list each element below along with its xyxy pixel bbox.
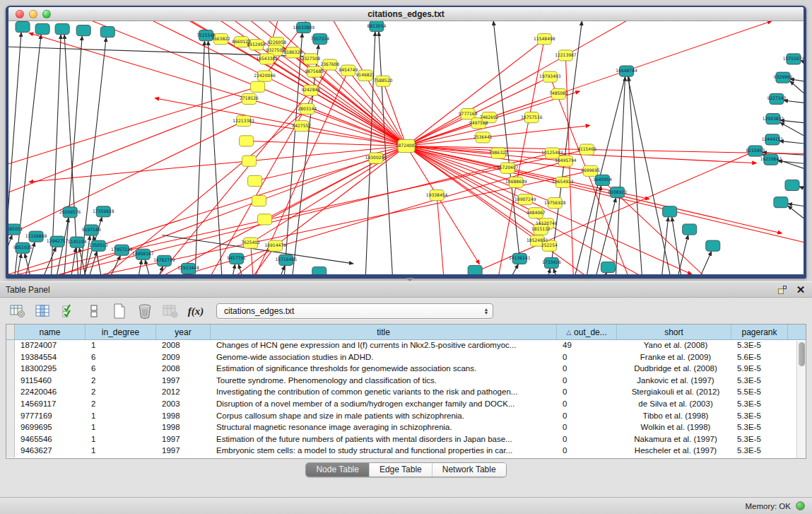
table-row[interactable]: 946554611997Estimation of the future num…: [6, 434, 806, 446]
row-height-icon[interactable]: [85, 303, 103, 320]
table-cell[interactable]: 2012: [156, 387, 211, 399]
table-cell[interactable]: Disruption of a novel member of a sodium…: [211, 399, 557, 411]
tab-edge-table[interactable]: Edge Table: [370, 463, 433, 477]
new-document-icon[interactable]: [110, 303, 129, 320]
table-cell[interactable]: 5.3E-5: [731, 434, 788, 446]
table-cell[interactable]: Structural magnetic resonance image aver…: [211, 422, 557, 434]
table-row[interactable]: 911546021997Tourette syndrome. Phenomeno…: [6, 375, 806, 387]
table-cell[interactable]: 2009: [156, 352, 211, 364]
graph-node[interactable]: [785, 180, 799, 190]
tab-network-table[interactable]: Network Table: [433, 463, 506, 477]
table-cell[interactable]: 0: [557, 387, 617, 399]
table-cell[interactable]: 5.3E-5: [731, 411, 788, 423]
select-column-icon[interactable]: [34, 303, 52, 320]
table-row[interactable]: 1938455462009Genome-wide association stu…: [6, 352, 806, 364]
table-cell[interactable]: Nakamura et al. (1997): [617, 434, 731, 446]
table-cell[interactable]: Dudbridge et al. (2008): [617, 363, 731, 375]
table-cell[interactable]: 9465546: [15, 434, 86, 446]
column-header-title[interactable]: title: [211, 325, 557, 339]
table-row[interactable]: 969969511998Structural magnetic resonanc…: [6, 422, 806, 434]
table-row[interactable]: 1456911722003Disruption of a novel membe…: [6, 399, 806, 411]
table-cell[interactable]: 1: [86, 434, 156, 446]
delete-trash-icon[interactable]: [136, 303, 154, 320]
close-panel-icon[interactable]: ✕: [795, 284, 806, 296]
panel-splitter[interactable]: [0, 279, 812, 281]
table-cell[interactable]: 5.3E-5: [731, 399, 788, 411]
select-all-check-icon[interactable]: [59, 303, 78, 320]
table-cell[interactable]: 0: [557, 352, 617, 364]
graph-node[interactable]: [16, 22, 30, 33]
column-header-in_degree[interactable]: in_degree: [86, 325, 156, 339]
column-header-short[interactable]: short: [617, 325, 731, 339]
table-cell[interactable]: 9777169: [15, 411, 86, 423]
table-cell[interactable]: 2008: [156, 340, 211, 352]
scrollbar-thumb[interactable]: [799, 342, 805, 366]
function-builder-icon[interactable]: f(x): [187, 303, 205, 320]
table-cell[interactable]: 0: [557, 363, 617, 375]
table-cell[interactable]: Investigating the contribution of common…: [211, 387, 557, 399]
table-cell[interactable]: 0: [557, 399, 617, 411]
table-cell[interactable]: 0: [557, 411, 617, 423]
graph-node[interactable]: [242, 156, 257, 166]
network-canvas[interactable]: 1872400718300295766382286601238912954822…: [8, 21, 804, 274]
table-cell[interactable]: 5.3E-5: [731, 445, 788, 457]
table-cell[interactable]: 5.3E-5: [731, 422, 788, 434]
column-header-out_de[interactable]: △out_de...: [557, 325, 617, 339]
table-cell[interactable]: 6: [86, 363, 156, 375]
tab-node-table[interactable]: Node Table: [306, 463, 370, 477]
table-cell[interactable]: Wolkin et al. (1998): [617, 422, 731, 434]
table-cell[interactable]: 2: [86, 399, 156, 411]
float-window-icon[interactable]: [777, 284, 788, 296]
table-cell[interactable]: 18300295: [15, 363, 86, 375]
table-cell[interactable]: 9463627: [15, 445, 86, 457]
table-cell[interactable]: 0: [557, 422, 617, 434]
table-cell[interactable]: 0: [557, 445, 617, 457]
table-cell[interactable]: 22420046: [15, 387, 86, 399]
table-cell[interactable]: 0: [557, 375, 617, 387]
graph-node[interactable]: [248, 175, 262, 186]
graph-node[interactable]: [706, 240, 720, 251]
column-header-pagerank[interactable]: pagerank: [731, 325, 788, 339]
table-cell[interactable]: Hescheler et al. (1997): [617, 445, 731, 457]
table-row[interactable]: 1872400712008Changes of HCN gene express…: [6, 340, 806, 352]
table-cell[interactable]: 1: [86, 422, 156, 434]
table-cell[interactable]: 2: [86, 375, 156, 387]
table-cell[interactable]: 1997: [156, 375, 211, 387]
graph-node[interactable]: [100, 27, 114, 37]
table-cell[interactable]: Jankovic et al. (1997): [617, 375, 731, 387]
table-cell[interactable]: Stergiakouli et al. (2012): [617, 387, 731, 399]
table-cell[interactable]: 1: [86, 340, 156, 352]
table-cell[interactable]: Changes of HCN gene expression and I(f) …: [211, 340, 557, 352]
table-settings-icon[interactable]: [8, 303, 27, 320]
graph-node[interactable]: [252, 196, 266, 206]
table-cell[interactable]: 2: [86, 387, 156, 399]
table-cell[interactable]: 5.9E-5: [731, 363, 788, 375]
vertical-scrollbar[interactable]: [796, 341, 806, 458]
table-cell[interactable]: 49: [557, 340, 617, 352]
table-cell[interactable]: 0: [557, 434, 617, 446]
graph-node[interactable]: [468, 265, 482, 274]
table-cell[interactable]: 2003: [156, 399, 211, 411]
zoom-window-icon[interactable]: [42, 10, 51, 18]
graph-node[interactable]: [35, 24, 49, 35]
table-row[interactable]: 946362711997Embryonic stem cells: a mode…: [6, 445, 806, 457]
table-cell[interactable]: Genome-wide association studies in ADHD.: [211, 352, 557, 364]
graph-node[interactable]: [240, 136, 254, 146]
table-cell[interactable]: Yano et al. (2008): [617, 340, 731, 352]
graph-node[interactable]: [251, 81, 265, 92]
table-cell[interactable]: 19384554: [15, 352, 86, 364]
citation-network-graph[interactable]: 1872400718300295766382286601238912954822…: [8, 21, 804, 274]
table-cell[interactable]: 9699695: [15, 422, 86, 434]
splitter-grip-icon[interactable]: [406, 278, 413, 281]
graph-node[interactable]: [258, 214, 272, 225]
table-cell[interactable]: 5.6E-5: [731, 352, 788, 364]
table-cell[interactable]: de Silva et al. (2003): [617, 399, 731, 411]
minimize-window-icon[interactable]: [29, 10, 37, 18]
graph-node[interactable]: [76, 25, 90, 36]
table-selector-dropdown[interactable]: citations_edges.txt ▲▼: [216, 303, 493, 319]
table-cell[interactable]: 5.3E-5: [731, 340, 788, 352]
column-header-year[interactable]: year: [156, 325, 211, 339]
graph-node[interactable]: [774, 197, 788, 208]
table-cell[interactable]: 5.5E-5: [731, 387, 788, 399]
network-window-titlebar[interactable]: citations_edges.txt: [8, 7, 804, 21]
